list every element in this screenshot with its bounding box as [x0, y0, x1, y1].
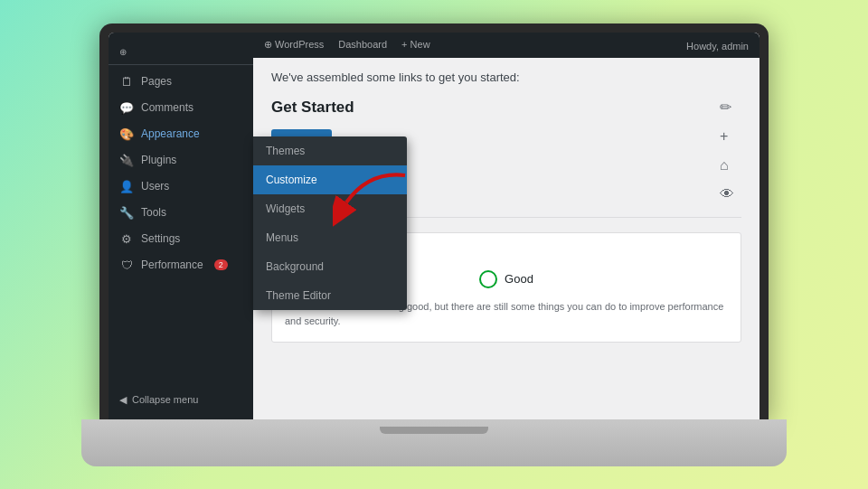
- laptop-base: [81, 419, 787, 466]
- laptop-screen-outer: ⊕ 🗒 Pages 💬 Comments 🎨 Appearance: [99, 24, 769, 421]
- collapse-icon: ◀: [119, 394, 127, 406]
- get-started-title: Get Started: [271, 99, 720, 117]
- top-bar-wp[interactable]: ⊕ WordPress: [264, 39, 324, 51]
- dropdown-item-label: Theme Editor: [266, 289, 331, 302]
- sidebar-item-comments[interactable]: 💬 Comments: [108, 95, 253, 121]
- sidebar-item-label: Plugins: [141, 154, 176, 166]
- sidebar-item-label: Settings: [141, 232, 180, 245]
- intro-text: We've assembled some links to get you st…: [271, 71, 741, 84]
- dropdown-item-themes[interactable]: Themes: [253, 136, 407, 165]
- top-bar-new[interactable]: + New: [401, 39, 430, 51]
- sidebar-item-users[interactable]: 👤 Users: [108, 174, 253, 200]
- wp-admin: ⊕ 🗒 Pages 💬 Comments 🎨 Appearance: [108, 33, 760, 421]
- collapse-label: Collapse menu: [132, 394, 198, 405]
- laptop-screen: ⊕ 🗒 Pages 💬 Comments 🎨 Appearance: [108, 33, 760, 421]
- sidebar-item-label: Comments: [141, 101, 193, 114]
- home-icon[interactable]: ⌂: [720, 157, 734, 174]
- users-icon: 👤: [119, 180, 134, 193]
- plugins-icon: 🔌: [119, 154, 134, 167]
- laptop-wrapper: ⊕ 🗒 Pages 💬 Comments 🎨 Appearance: [81, 24, 787, 466]
- sidebar: ⊕ 🗒 Pages 💬 Comments 🎨 Appearance: [108, 33, 253, 421]
- dropdown-item-label: Background: [266, 260, 324, 273]
- dropdown-item-label: Menus: [266, 231, 298, 244]
- dropdown-item-label: Customize: [266, 174, 317, 186]
- dropdown-item-customize[interactable]: Customize: [253, 165, 407, 194]
- sidebar-item-label: Appearance: [141, 127, 200, 140]
- wp-logo: ⊕: [119, 47, 127, 57]
- pages-icon: 🗒: [119, 75, 134, 89]
- comments-icon: 💬: [119, 101, 134, 115]
- sidebar-item-tools[interactable]: 🔧 Tools: [108, 200, 253, 226]
- sidebar-item-settings[interactable]: ⚙ Settings: [108, 226, 253, 252]
- sidebar-item-appearance[interactable]: 🎨 Appearance: [108, 121, 253, 147]
- sidebar-item-performance[interactable]: 🛡 Performance 2: [108, 252, 253, 278]
- settings-icon: ⚙: [119, 232, 134, 246]
- performance-icon: 🛡: [119, 259, 134, 272]
- sidebar-item-label: Tools: [141, 206, 166, 219]
- appearance-icon: 🎨: [119, 127, 134, 141]
- top-bar: ⊕ WordPress Dashboard + New Howdy, admin: [253, 33, 760, 58]
- top-bar-user[interactable]: Howdy, admin: [686, 41, 749, 52]
- sidebar-item-label: Performance: [141, 259, 203, 271]
- dropdown-item-background[interactable]: Background: [253, 252, 407, 281]
- dropdown-item-label: Themes: [266, 145, 305, 157]
- health-label: Good: [505, 272, 533, 286]
- sidebar-item-label: Pages: [141, 75, 172, 88]
- health-circle: [479, 270, 497, 288]
- dropdown-item-widgets[interactable]: Widgets: [253, 194, 407, 223]
- appearance-dropdown: Themes Customize Widgets Menus Backgroun…: [253, 136, 407, 310]
- dropdown-item-theme-editor[interactable]: Theme Editor: [253, 281, 407, 310]
- sidebar-item-plugins[interactable]: 🔌 Plugins: [108, 147, 253, 174]
- sidebar-item-pages[interactable]: 🗒 Pages: [108, 69, 253, 95]
- right-icons: ✏ + ⌂ 👁: [720, 99, 741, 202]
- sidebar-item-label: Users: [141, 180, 169, 193]
- top-bar-dashboard[interactable]: Dashboard: [338, 39, 387, 51]
- top-bar-items: ⊕ WordPress Dashboard + New: [264, 39, 430, 51]
- view-icon[interactable]: 👁: [720, 186, 734, 202]
- sidebar-collapse[interactable]: ◀ Collapse menu: [108, 388, 253, 412]
- performance-badge: 2: [214, 259, 228, 270]
- add-icon[interactable]: +: [720, 128, 734, 145]
- dropdown-item-label: Widgets: [266, 202, 305, 215]
- tools-icon: 🔧: [119, 206, 134, 220]
- edit-icon[interactable]: ✏: [720, 99, 734, 116]
- dropdown-item-menus[interactable]: Menus: [253, 223, 407, 252]
